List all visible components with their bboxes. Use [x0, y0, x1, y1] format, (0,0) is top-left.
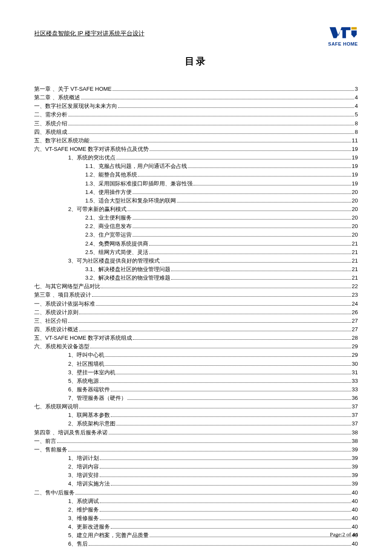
toc-entry-label: 第四章 、培训及售后服务承诺 — [34, 428, 108, 437]
toc-entry[interactable]: 2.5、组网方式简便、灵活21 — [34, 248, 358, 257]
table-of-contents: 第一章 、关于 VT-SAFE HOME3第二章 、系统概述4一、数字社区发展现… — [34, 85, 358, 549]
toc-entry[interactable]: 2、维护服务40 — [34, 506, 358, 514]
toc-entry[interactable]: 一、数字社区发展现状与未来方向4 — [34, 102, 358, 110]
toc-entry-label: 3、可为社区楼盘提供良好的管理模式 — [68, 257, 160, 265]
toc-entry[interactable]: 六、系统相关设备选型29 — [34, 342, 358, 351]
toc-entry[interactable]: 1.1、克服占线问题，用户间通话不会占线19 — [34, 162, 358, 171]
toc-entry[interactable]: 3、壁挂一体室内机31 — [34, 368, 358, 377]
toc-entry-label: 第一章 、关于 VT-SAFE HOME — [34, 85, 112, 93]
toc-entry[interactable]: 七、与其它网络型产品对比22 — [34, 282, 358, 291]
toc-entry[interactable]: 五、VT-SAFE HOME 数字对讲系统组成28 — [34, 334, 358, 342]
toc-entry[interactable]: 2.3、住户宽带运营20 — [34, 231, 358, 239]
toc-entry-page: 36 — [352, 394, 358, 402]
toc-entry-label: 6、售后 — [68, 540, 88, 548]
toc-entry[interactable]: 第四章 、培训及售后服务承诺38 — [34, 428, 358, 437]
toc-entry[interactable]: 七、系统联网说明37 — [34, 402, 358, 411]
toc-leader-dots — [171, 271, 351, 271]
toc-entry[interactable]: 6、服务器端软件33 — [34, 385, 358, 394]
toc-entry[interactable]: 二、需求分析5 — [34, 110, 358, 119]
toc-entry[interactable]: 5、系统电源33 — [34, 377, 358, 385]
toc-leader-dots — [193, 185, 351, 185]
toc-entry-label: 一、售前服务 — [34, 445, 67, 454]
toc-entry-label: 一、前言 — [34, 437, 56, 445]
toc-entry[interactable]: 2、系统架构示意图37 — [34, 419, 358, 428]
toc-entry[interactable]: 6、售后40 — [34, 540, 358, 548]
toc-entry-label: 五、VT-SAFE HOME 数字对讲系统组成 — [34, 334, 132, 342]
toc-entry[interactable]: 1.2、能整合其他系统19 — [34, 171, 358, 179]
toc-entry-label: 一、数字社区发展现状与未来方向 — [34, 102, 117, 110]
toc-entry[interactable]: 2.2、商业信息发布20 — [34, 222, 358, 231]
toc-entry[interactable]: 3、维修服务40 — [34, 514, 358, 523]
toc-entry-page: 29 — [352, 342, 358, 351]
toc-entry[interactable]: 2、可带来新的赢利模式20 — [34, 205, 358, 214]
toc-entry[interactable]: 四、系统设计概述27 — [34, 325, 358, 334]
toc-entry[interactable]: 1、系统的突出优点19 — [34, 153, 358, 162]
toc-leader-dots — [96, 305, 351, 306]
toc-entry[interactable]: 2.4、免费网络系统提供商21 — [34, 240, 358, 248]
toc-entry[interactable]: 四、系统组成8 — [34, 128, 358, 136]
toc-leader-dots — [68, 125, 354, 125]
toc-entry[interactable]: 1.4、使用操作方便20 — [34, 188, 358, 197]
toc-entry[interactable]: 3.1、解决楼盘社区的物业管理问题21 — [34, 265, 358, 274]
toc-entry[interactable]: 1、联网基本参数37 — [34, 411, 358, 419]
toc-entry[interactable]: 3.2、解决楼盘社区的物业管理难题21 — [34, 274, 358, 282]
toc-leader-dots — [112, 90, 354, 91]
toc-leader-dots — [149, 254, 351, 254]
toc-entry[interactable]: 三、社区介绍27 — [34, 317, 358, 325]
toc-entry-page: 19 — [352, 162, 358, 171]
toc-entry-label: 2.4、免费网络系统提供商 — [85, 240, 148, 248]
toc-entry-page: 37 — [352, 402, 358, 411]
toc-entry[interactable]: 4、培训实施方法39 — [34, 480, 358, 488]
toc-entry-label: 2.1、业主便利服务 — [85, 214, 132, 222]
toc-entry[interactable]: 2、社区围墙机30 — [34, 360, 358, 368]
brand-logo-text: SAFE HOME — [328, 41, 358, 46]
toc-entry[interactable]: 3、培训安排39 — [34, 471, 358, 480]
toc-leader-dots — [57, 442, 351, 443]
toc-entry-label: 1.3、采用国际标准接口即插即用、兼容性强 — [85, 179, 193, 188]
brand-logo: SAFE HOME — [328, 26, 358, 46]
toc-entry-label: 1、系统调试 — [68, 497, 99, 506]
toc-entry[interactable]: 第三章 、项目系统设计23 — [34, 291, 358, 299]
toc-entry-page: 40 — [352, 506, 358, 514]
toc-entry[interactable]: 二、售中/后服务40 — [34, 489, 358, 497]
toc-entry[interactable]: 1、呼叫中心机29 — [34, 351, 358, 359]
toc-entry-label: 1、系统的突出优点 — [68, 153, 115, 162]
toc-entry[interactable]: 第一章 、关于 VT-SAFE HOME3 — [34, 85, 358, 93]
toc-entry[interactable]: 1.5、适合大型社区和复杂环境的联网20 — [34, 197, 358, 205]
toc-entry-label: 2.3、住户宽带运营 — [85, 231, 132, 239]
toc-entry-label: 2、社区围墙机 — [68, 360, 104, 368]
toc-entry-page: 21 — [352, 274, 358, 282]
toc-entry[interactable]: 1、培训计划39 — [34, 454, 358, 462]
toc-leader-dots — [111, 416, 351, 417]
toc-entry-page: 27 — [352, 325, 358, 334]
toc-leader-dots — [90, 142, 351, 142]
toc-entry[interactable]: 1.3、采用国际标准接口即插即用、兼容性强19 — [34, 179, 358, 188]
toc-entry[interactable]: 三、系统介绍8 — [34, 119, 358, 128]
toc-entry-page: 21 — [352, 257, 358, 265]
toc-entry-page: 19 — [352, 145, 358, 153]
toc-entry[interactable]: 一、售前服务39 — [34, 445, 358, 454]
toc-entry[interactable]: 7、管理服务器（硬件）36 — [34, 394, 358, 402]
toc-entry-label: 1、联网基本参数 — [68, 411, 110, 419]
toc-entry-label: 六、系统相关设备选型 — [34, 342, 89, 351]
toc-entry[interactable]: 5、建立用户档案，完善产品质量40 — [34, 531, 358, 540]
toc-entry[interactable]: 第二章 、系统概述4 — [34, 93, 358, 102]
toc-entry[interactable]: 4、更新改进服务40 — [34, 523, 358, 531]
toc-entry[interactable]: 2、培训内容39 — [34, 462, 358, 471]
toc-entry-label: 5、建立用户档案，完善产品质量 — [68, 531, 149, 540]
toc-entry[interactable]: 1、系统调试40 — [34, 497, 358, 506]
toc-leader-dots — [150, 537, 351, 537]
toc-entry[interactable]: 一、系统设计依据与标准24 — [34, 300, 358, 308]
toc-leader-dots — [100, 477, 351, 477]
toc-entry-page: 37 — [352, 411, 358, 419]
toc-leader-dots — [149, 245, 351, 246]
toc-entry-page: 3 — [355, 85, 358, 93]
toc-entry-label: 1.4、使用操作方便 — [85, 188, 132, 197]
toc-leader-dots — [105, 356, 351, 357]
toc-entry[interactable]: 一、前言38 — [34, 437, 358, 445]
toc-entry[interactable]: 二、系统设计原则26 — [34, 308, 358, 317]
toc-entry[interactable]: 六、VT-SAFE HOME 数字对讲系统特点及优势19 — [34, 145, 358, 153]
toc-entry[interactable]: 2.1、业主便利服务20 — [34, 214, 358, 222]
toc-entry[interactable]: 五、数字社区系统功能11 — [34, 136, 358, 145]
toc-entry[interactable]: 3、可为社区楼盘提供良好的管理模式21 — [34, 257, 358, 265]
